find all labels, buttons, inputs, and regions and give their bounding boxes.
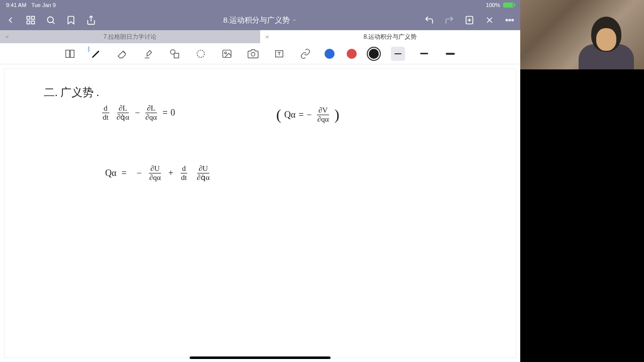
color-red[interactable] (347, 49, 357, 59)
tab-inactive[interactable]: ✕ 7.拉格朗日力学讨论 (0, 30, 260, 43)
webcam-overlay (520, 0, 644, 69)
lasso-tool[interactable] (194, 47, 208, 61)
svg-point-4 (47, 17, 53, 23)
svg-rect-20 (174, 53, 179, 58)
tab-label: 7.拉格朗日力学讨论 (103, 33, 156, 41)
svg-point-14 (512, 19, 513, 21)
close-button[interactable] (484, 15, 495, 26)
status-date: Tue Jan 9 (31, 2, 56, 8)
color-blue[interactable] (325, 49, 335, 59)
section-title: 二. 广义势 . (44, 85, 99, 100)
svg-rect-0 (27, 17, 30, 20)
stroke-thick[interactable] (443, 47, 457, 61)
add-page-button[interactable] (464, 15, 475, 26)
grid-button[interactable] (25, 15, 36, 26)
chevron-down-icon (292, 18, 297, 23)
black-sidebar (520, 69, 644, 362)
status-bar: 9:41 AM Tue Jan 9 100% (0, 0, 520, 10)
svg-line-5 (52, 22, 54, 24)
more-button[interactable] (504, 15, 515, 26)
tab-label: 8.运动积分与广义势 (363, 33, 417, 41)
pen-tool[interactable]: ᛒ (89, 47, 103, 61)
document-title-dropdown[interactable]: 8.运动积分与广义势 (223, 16, 297, 25)
bluetooth-icon: ᛒ (87, 46, 91, 53)
svg-point-23 (224, 52, 226, 54)
stroke-thin[interactable] (391, 47, 405, 61)
tab-active[interactable]: ✕ 8.运动积分与广义势 (260, 30, 520, 43)
header-bar: 8.运动积分与广义势 (0, 10, 520, 30)
eraser-tool[interactable] (115, 47, 129, 61)
bookmark-button[interactable] (65, 15, 76, 26)
stroke-medium[interactable] (417, 47, 431, 61)
undo-button[interactable] (424, 15, 435, 26)
shape-tool[interactable] (168, 47, 182, 61)
svg-rect-15 (66, 50, 69, 57)
read-mode-button[interactable] (63, 47, 77, 61)
svg-point-21 (197, 50, 205, 57)
svg-rect-1 (32, 17, 35, 20)
link-tool[interactable] (298, 47, 312, 61)
image-tool[interactable] (220, 47, 234, 61)
equation-1: ddt ∂L∂q̇α − ∂L∂qα = 0 (100, 104, 175, 121)
svg-rect-16 (70, 50, 74, 57)
canvas-area[interactable]: 二. 广义势 . ddt ∂L∂q̇α − ∂L∂qα = 0 ( Qα = −… (0, 64, 520, 362)
svg-rect-22 (223, 50, 231, 57)
svg-rect-3 (32, 21, 35, 24)
equation-3: Qα = − ∂U∂qα + ddt ∂U∂q̇α (105, 164, 212, 182)
page: 二. 广义势 . ddt ∂L∂q̇α − ∂L∂qα = 0 ( Qα = −… (4, 68, 516, 358)
highlighter-tool[interactable] (141, 47, 155, 61)
svg-point-12 (506, 19, 508, 21)
app-area: 9:41 AM Tue Jan 9 100% (0, 0, 520, 362)
svg-rect-2 (27, 21, 30, 24)
status-time: 9:41 AM (6, 2, 26, 8)
toolbar: ᛒ (0, 43, 520, 64)
back-button[interactable] (5, 15, 16, 26)
svg-point-13 (509, 19, 510, 21)
battery-percent: 100% (486, 2, 500, 8)
home-indicator[interactable] (190, 356, 331, 359)
battery-icon (503, 3, 514, 8)
camera-tool[interactable] (246, 47, 260, 61)
equation-2: ( Qα = − ∂V∂qα ) (276, 106, 340, 123)
document-title: 8.运动积分与广义势 (223, 16, 290, 25)
tab-bar: ✕ 7.拉格朗日力学讨论 ✕ 8.运动积分与广义势 (0, 30, 520, 43)
tab-close-icon[interactable]: ✕ (265, 34, 269, 40)
svg-point-24 (251, 52, 255, 56)
tab-close-icon[interactable]: ✕ (5, 34, 9, 40)
text-tool[interactable] (272, 47, 286, 61)
color-black[interactable] (369, 49, 379, 59)
share-button[interactable] (86, 15, 97, 26)
redo-button[interactable] (444, 15, 455, 26)
search-button[interactable] (45, 15, 56, 26)
